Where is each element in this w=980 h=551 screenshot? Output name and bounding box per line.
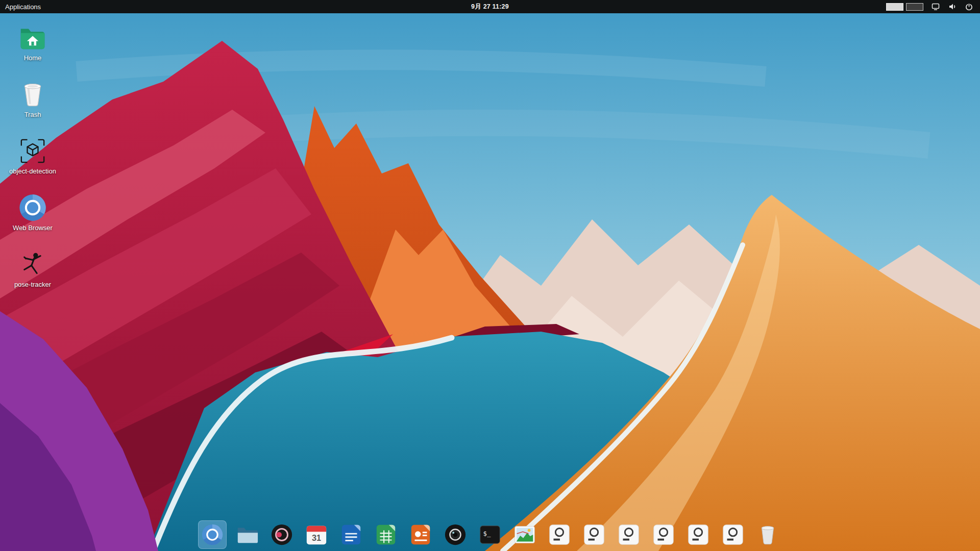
libreoffice-calc-icon	[374, 523, 398, 546]
dock-item-generic-app-1[interactable]	[548, 523, 571, 546]
desktop-icon-web-browser[interactable]: Web Browser	[7, 193, 58, 232]
power-icon[interactable]	[964, 0, 974, 13]
dock-item-libreoffice-impress[interactable]	[409, 523, 432, 546]
desktop-icon-trash[interactable]: Trash	[7, 80, 58, 119]
dock-item-libreoffice-writer[interactable]	[339, 523, 363, 546]
panel-tray-area	[886, 0, 980, 13]
chromium-icon	[201, 523, 224, 546]
calendar-day: 31	[312, 533, 321, 542]
home-folder-icon	[18, 23, 47, 52]
panel-clock[interactable]: 9月 27 11:29	[471, 3, 509, 11]
generic-app-icon	[652, 523, 675, 546]
trash-icon	[18, 80, 47, 109]
chromium-icon	[18, 193, 47, 222]
terminal-icon: $_	[478, 523, 502, 546]
wallpaper-image	[0, 0, 980, 551]
dock-item-camera[interactable]	[444, 523, 467, 546]
generic-app-icon	[721, 523, 745, 546]
generic-app-icon	[617, 523, 641, 546]
desktop-icon-label: Trash	[24, 111, 41, 119]
desktop-icon-home[interactable]: Home	[7, 23, 58, 62]
display-icon[interactable]	[930, 0, 941, 13]
workspace-pager[interactable]	[886, 3, 923, 11]
dock-item-terminal[interactable]: $_	[478, 523, 502, 546]
dock-item-trash[interactable]	[756, 523, 779, 546]
trash-icon	[756, 523, 779, 546]
dock-item-generic-app-6[interactable]	[721, 523, 745, 546]
file-manager-icon	[235, 523, 259, 546]
dock: 31	[201, 523, 779, 546]
dock-item-generic-app-2[interactable]	[582, 523, 606, 546]
system-tray	[930, 0, 974, 13]
generic-app-icon	[548, 523, 571, 546]
desktop-icon-column: Home Trash obj	[7, 23, 58, 289]
dock-item-libreoffice-calc[interactable]	[374, 523, 398, 546]
calendar-icon: 31	[305, 523, 328, 546]
image-viewer-icon	[513, 523, 536, 546]
desktop-icon-pose-tracker[interactable]: pose-tracker	[7, 250, 58, 289]
camera-lens-icon	[444, 523, 467, 546]
dock-item-chromium-browser[interactable]	[201, 523, 224, 546]
libreoffice-impress-icon	[409, 523, 432, 546]
volume-icon[interactable]	[947, 0, 958, 13]
dock-item-file-manager[interactable]	[235, 523, 259, 546]
libreoffice-writer-icon	[339, 523, 363, 546]
workspace-2[interactable]	[906, 3, 923, 11]
cube-wireframe-icon	[18, 137, 47, 165]
terminal-prompt: $_	[483, 530, 491, 537]
desktop-icon-label: Web Browser	[13, 224, 53, 232]
desktop-icon-object-detection[interactable]: object-detection	[7, 137, 58, 176]
desktop-icon-label: pose-tracker	[14, 281, 51, 289]
dock-item-calendar[interactable]: 31	[305, 523, 328, 546]
applications-menu-button[interactable]: Applications	[0, 0, 46, 13]
desktop-icon-label: object-detection	[9, 167, 56, 176]
dock-item-generic-app-3[interactable]	[617, 523, 641, 546]
dock-item-media-player[interactable]	[270, 523, 293, 546]
dock-item-image-viewer[interactable]	[513, 523, 536, 546]
generic-app-icon	[687, 523, 710, 546]
dock-item-generic-app-5[interactable]	[687, 523, 710, 546]
desktop-screen: Applications 9月 27 11:29	[0, 0, 980, 551]
dock-item-generic-app-4[interactable]	[652, 523, 675, 546]
generic-app-icon	[582, 523, 606, 546]
desktop-icon-label: Home	[24, 54, 42, 62]
media-player-icon	[270, 523, 293, 546]
top-panel: Applications 9月 27 11:29	[0, 0, 980, 13]
stick-figure-icon	[18, 250, 47, 279]
workspace-1[interactable]	[886, 3, 903, 11]
